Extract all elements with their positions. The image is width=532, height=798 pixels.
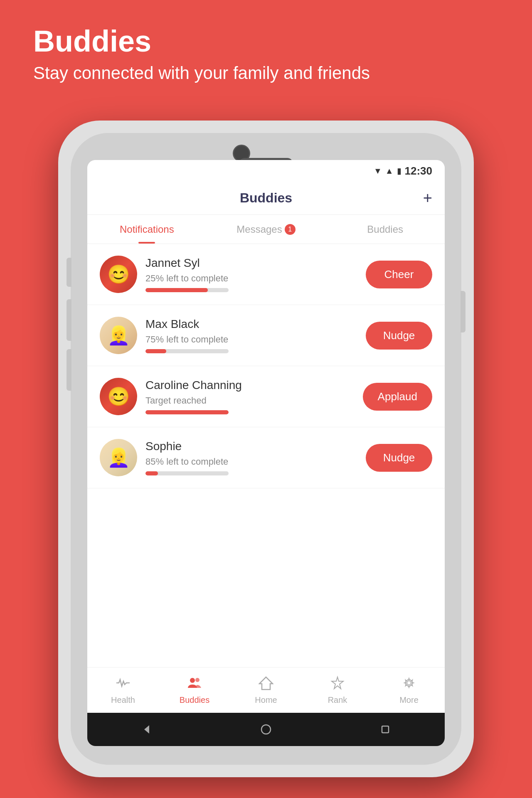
svg-marker-3: [332, 677, 343, 689]
android-nav: [87, 713, 445, 746]
notification-name: Jannet Syl: [145, 256, 357, 270]
nav-more-label: More: [399, 695, 419, 705]
svg-rect-8: [382, 726, 389, 733]
tab-messages[interactable]: Messages 1: [207, 215, 326, 244]
progress-bar: [145, 471, 229, 475]
notification-status: 25% left to complete: [145, 273, 357, 284]
notification-name: Caroline Channing: [145, 379, 355, 392]
notification-name: Sophie: [145, 440, 357, 453]
avatar: 😊: [100, 256, 137, 293]
action-button[interactable]: Applaud: [363, 383, 432, 411]
nav-buddies-label: Buddies: [180, 695, 209, 705]
nav-item-health[interactable]: Health: [87, 675, 159, 705]
notification-status: 85% left to complete: [145, 456, 357, 467]
svg-point-4: [407, 681, 411, 685]
svg-point-7: [261, 725, 271, 734]
app-title: Buddies: [240, 190, 292, 206]
phone-inner: ▼ ▲ ▮ 12:30 Buddies + Notifications: [71, 133, 461, 765]
status-bar: ▼ ▲ ▮ 12:30: [87, 160, 445, 182]
messages-badge: 1: [285, 224, 296, 235]
hero-title: Buddies: [33, 25, 370, 58]
status-icons: ▼ ▲ ▮ 12:30: [374, 165, 432, 177]
tab-buddies[interactable]: Buddies: [325, 215, 445, 244]
nav-more-icon: [401, 675, 416, 694]
progress-bar: [145, 349, 229, 353]
tab-messages-label: Messages: [236, 224, 282, 235]
avatar: 👱‍♀️: [100, 317, 137, 354]
back-button[interactable]: [138, 721, 155, 738]
progress-bar: [145, 288, 229, 292]
tab-buddies-label: Buddies: [367, 224, 403, 235]
volume-up-button: [66, 258, 71, 287]
hero-subtitle: Stay connected with your family and frie…: [33, 62, 370, 85]
tab-notifications[interactable]: Notifications: [87, 215, 207, 244]
action-button[interactable]: Nudge: [366, 322, 432, 350]
status-time: 12:30: [405, 165, 433, 177]
nav-health-label: Health: [111, 695, 135, 705]
avatar: 👱‍♀️: [100, 439, 137, 476]
notification-status: 75% left to complete: [145, 334, 357, 345]
nav-rank-label: Rank: [328, 695, 347, 705]
hero-section: Buddies Stay connected with your family …: [33, 25, 370, 85]
phone-screen: ▼ ▲ ▮ 12:30 Buddies + Notifications: [87, 160, 445, 746]
nav-rank-icon: [330, 675, 345, 694]
power-button: [461, 291, 466, 332]
phone-frame: ▼ ▲ ▮ 12:30 Buddies + Notifications: [58, 121, 474, 777]
svg-marker-2: [259, 677, 273, 690]
svg-point-1: [195, 678, 200, 682]
progress-bar: [145, 410, 229, 414]
notification-name: Max Black: [145, 318, 357, 331]
action-button[interactable]: Nudge: [366, 444, 432, 472]
screen-content: ▼ ▲ ▮ 12:30 Buddies + Notifications: [87, 160, 445, 746]
nav-item-home[interactable]: Home: [230, 675, 302, 705]
battery-icon: ▮: [397, 166, 401, 176]
notification-item: 👱‍♀️Sophie85% left to completeNudge: [87, 427, 445, 488]
notification-item: 😊Caroline ChanningTarget reachedApplaud: [87, 366, 445, 427]
signal-icon: ▲: [385, 166, 394, 176]
nav-health-icon: [116, 675, 131, 694]
svg-point-0: [190, 678, 195, 683]
nav-item-rank[interactable]: Rank: [302, 675, 373, 705]
nav-home-icon: [259, 675, 273, 694]
recents-button[interactable]: [377, 721, 394, 738]
tabs: Notifications Messages 1 Buddies: [87, 215, 445, 244]
notification-list: 😊Jannet Syl25% left to completeCheer👱‍♀️…: [87, 244, 445, 667]
silent-button: [66, 349, 71, 391]
tab-notifications-label: Notifications: [120, 224, 174, 235]
volume-down-button: [66, 299, 71, 341]
wifi-icon: ▼: [374, 166, 382, 176]
action-button[interactable]: Cheer: [366, 261, 432, 288]
nav-item-more[interactable]: More: [373, 675, 445, 705]
nav-item-buddies[interactable]: Buddies: [159, 675, 230, 705]
nav-buddies-icon: [187, 675, 202, 694]
svg-marker-6: [144, 725, 149, 734]
notification-item: 😊Jannet Syl25% left to completeCheer: [87, 244, 445, 305]
avatar: 😊: [100, 378, 137, 415]
notification-status: Target reached: [145, 395, 355, 406]
app-header: Buddies +: [87, 182, 445, 215]
bottom-nav: HealthBuddiesHomeRankMore: [87, 667, 445, 713]
add-buddy-button[interactable]: +: [423, 189, 432, 207]
notification-item: 👱‍♀️Max Black75% left to completeNudge: [87, 305, 445, 366]
home-button[interactable]: [258, 721, 274, 738]
nav-home-label: Home: [255, 695, 277, 705]
